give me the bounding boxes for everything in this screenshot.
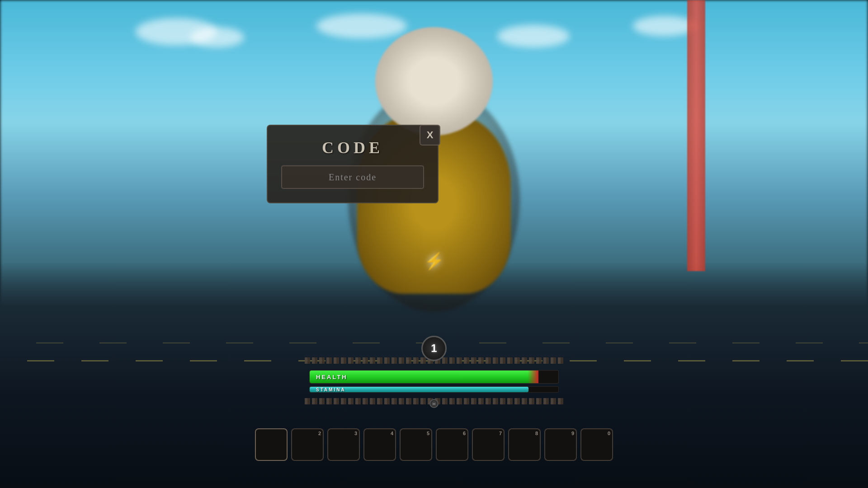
slot-number-3: 3: [354, 431, 357, 436]
inv-slot-7[interactable]: 7: [472, 428, 505, 461]
inv-slot-3[interactable]: 3: [327, 428, 360, 461]
slot-number-8: 8: [535, 431, 538, 436]
code-input[interactable]: [281, 165, 424, 189]
inv-slot-10[interactable]: 0: [580, 428, 613, 461]
slot-number-4: 4: [391, 431, 393, 436]
close-button[interactable]: X: [420, 125, 440, 145]
inv-slot-2[interactable]: 2: [291, 428, 324, 461]
cloud-5: [633, 16, 696, 36]
health-label: HEALTH: [316, 374, 348, 380]
inv-slot-5[interactable]: 5: [400, 428, 432, 461]
cloud-2: [190, 27, 244, 47]
slot-number-10: 0: [608, 431, 610, 436]
stamina-bar-background: STAMINA: [309, 386, 559, 393]
stamina-bar-wrapper: STAMINA: [309, 386, 559, 393]
slot-number-5: 5: [427, 431, 429, 436]
creature-head: [375, 27, 493, 136]
bars-container: 1 HEALTH STAMINA ☠: [303, 357, 565, 404]
code-dialog: CODE: [267, 125, 439, 203]
slot-number-6: 6: [463, 431, 466, 436]
inv-slot-9[interactable]: 9: [544, 428, 577, 461]
health-bar-wrapper: HEALTH: [309, 370, 559, 384]
health-bar-red-end: [528, 371, 538, 383]
slot-number-7: 7: [499, 431, 502, 436]
inv-slot-4[interactable]: 4: [363, 428, 396, 461]
slot-number-2: 2: [318, 431, 321, 436]
inventory-bar: 2 3 4 5 6 7 8 9 0: [255, 428, 613, 461]
red-post: [687, 0, 705, 271]
close-icon: X: [427, 129, 434, 141]
bar-skull-icon: ☠: [429, 399, 439, 408]
inv-slot-8[interactable]: 8: [508, 428, 541, 461]
stamina-label: STAMINA: [316, 387, 346, 392]
lightning-effect: ⚡: [420, 248, 448, 275]
level-badge: 1: [421, 336, 447, 361]
inv-slot-1[interactable]: [255, 428, 288, 461]
inv-slot-6[interactable]: 6: [436, 428, 468, 461]
level-number: 1: [431, 342, 437, 355]
slot-number-9: 9: [571, 431, 574, 436]
code-dialog-title: CODE: [281, 138, 424, 157]
hud-container: 1 HEALTH STAMINA ☠: [303, 357, 565, 404]
health-bar-background: HEALTH: [309, 370, 559, 384]
